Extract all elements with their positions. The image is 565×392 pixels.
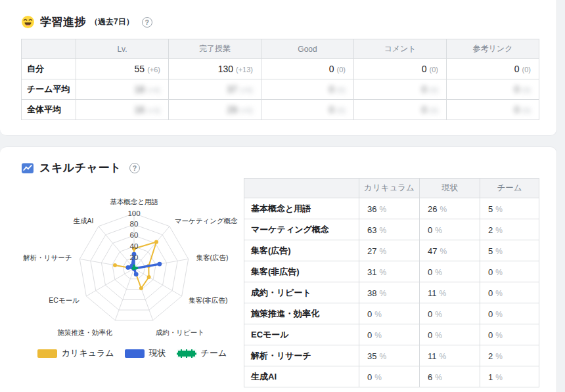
- progress-cell: 0(0): [354, 100, 447, 120]
- progress-col-header-2: 完了授業: [169, 39, 261, 59]
- skill-value-cell: 6%: [420, 366, 480, 387]
- section-title-learning-progress: 学習進捗: [40, 14, 86, 30]
- radar-tick-label: 20: [130, 253, 139, 261]
- dashboard-page: 学習進捗 （過去7日） ? Lv.完了授業Goodコメント参考リンク 自分55(…: [0, 0, 565, 392]
- skill-col-header-0: カリキュラム: [359, 179, 420, 198]
- skill-row: 施策推進・効率化0%0%0%: [244, 303, 539, 324]
- skill-value-cell: 0%: [420, 324, 480, 345]
- skill-row-label: ECモール: [244, 324, 359, 345]
- progress-cell: 0(0): [261, 100, 354, 120]
- radar-point: [126, 265, 131, 270]
- skill-row: 集客(広告)27%47%5%: [244, 240, 539, 261]
- skill-row: 基本概念と用語36%26%5%: [244, 198, 539, 219]
- radar-axis-label: 生成AI: [73, 217, 93, 225]
- skill-value-cell: 11%: [420, 282, 480, 303]
- legend-swatch: [177, 349, 196, 358]
- skill-value-cell: 27%: [359, 240, 420, 261]
- radar-axis-label: ECモール: [49, 296, 79, 304]
- radar-tick-label: 60: [130, 231, 139, 239]
- radar-tick-label: 100: [127, 209, 140, 217]
- skill-row-label: 成約・リピート: [244, 282, 359, 303]
- radar-spoke: [115, 269, 134, 320]
- skill-row-label: 集客(非広告): [244, 261, 359, 282]
- grinning-emoji-icon: [21, 15, 35, 29]
- legend-swatch: [125, 349, 145, 358]
- skill-row: 集客(非広告)31%0%0%: [244, 261, 539, 282]
- progress-col-header-3: Good: [261, 39, 354, 59]
- progress-cell: 130(+13): [169, 59, 261, 79]
- legend-label: 現状: [149, 347, 166, 359]
- radar-point: [133, 267, 135, 269]
- skill-value-cell: 1%: [480, 366, 539, 387]
- legend-item-2: チーム: [177, 347, 227, 359]
- progress-cell: 0(0): [447, 59, 539, 79]
- skill-row-label: 生成AI: [244, 366, 359, 387]
- radar-tick-label: 80: [130, 220, 139, 228]
- skill-row: 解析・リサーチ35%11%2%: [244, 345, 539, 366]
- radar-spoke: [134, 269, 182, 296]
- skill-value-cell: 47%: [420, 240, 480, 261]
- section-title-skill-chart: スキルチャート: [39, 160, 122, 175]
- radar-point: [134, 272, 139, 276]
- skill-value-cell: 0%: [480, 324, 539, 345]
- skill-value-cell: 0%: [480, 261, 539, 282]
- skill-value-cell: 2%: [480, 345, 539, 366]
- progress-row-label: 自分: [22, 59, 76, 79]
- skill-row-label: 施策推進・効率化: [244, 303, 359, 324]
- legend-item-1: 現状: [125, 347, 166, 359]
- learning-progress-card: 学習進捗 （過去7日） ? Lv.完了授業Goodコメント参考リンク 自分55(…: [0, 0, 557, 136]
- period-label: （過去7日）: [90, 16, 134, 28]
- skill-value-cell: 38%: [359, 282, 420, 303]
- skill-value-cell: 5%: [480, 240, 539, 261]
- radar-point: [147, 275, 151, 279]
- skill-chart-card: スキルチャート ? 20406080100基本概念と用語マーケティング概念集客(…: [0, 146, 557, 392]
- skill-row-label: 解析・リサーチ: [244, 345, 359, 366]
- skill-chart-body: 20406080100基本概念と用語マーケティング概念集客(広告)集客(非広告)…: [0, 178, 556, 387]
- skill-value-cell: 0%: [420, 303, 480, 324]
- legend-label: カリキュラム: [62, 347, 114, 359]
- radar-point: [139, 286, 143, 290]
- legend-item-0: カリキュラム: [37, 347, 114, 359]
- progress-cell: 0(0): [261, 79, 354, 100]
- progress-cell: 0(0): [261, 59, 354, 79]
- progress-cell: 55(+6): [76, 59, 169, 79]
- legend-swatch: [37, 349, 57, 358]
- progress-cell: 37(+6): [169, 79, 261, 100]
- radar-axis-label: 施策推進・効率化: [57, 328, 113, 336]
- chart-legend: カリキュラム現状チーム: [21, 347, 243, 359]
- radar-axis-label: マーケティング概念: [175, 217, 238, 225]
- progress-cell: 0(0): [447, 79, 539, 100]
- radar-axis-label: 解析・リサーチ: [23, 253, 72, 261]
- skill-chart-header: スキルチャート ?: [0, 147, 556, 175]
- skill-value-cell: 26%: [420, 198, 480, 219]
- skill-row: 成約・リピート38%11%0%: [244, 282, 539, 303]
- radar-point: [154, 240, 158, 244]
- skill-row-label: 基本概念と用語: [244, 198, 359, 219]
- progress-row: 自分55(+6)130(+13)0(0)0(0)0(0): [22, 59, 539, 79]
- help-icon[interactable]: ?: [129, 163, 140, 173]
- skill-value-cell: 36%: [359, 198, 420, 219]
- skill-value-cell: 0%: [420, 219, 480, 240]
- skill-value-cell: 2%: [480, 219, 539, 240]
- skill-radar-chart: 20406080100基本概念と用語マーケティング概念集客(広告)集客(非広告)…: [21, 191, 243, 347]
- progress-row: 全体平均16(+3)29(+5)0(0)0(0)0(0): [22, 100, 539, 120]
- progress-row-label: 全体平均: [22, 100, 76, 120]
- radar-tick-label: 40: [130, 242, 139, 250]
- radar-point: [113, 263, 117, 267]
- skill-value-cell: 0%: [480, 303, 539, 324]
- help-icon[interactable]: ?: [142, 17, 152, 28]
- skill-value-cell: 0%: [420, 261, 480, 282]
- skill-col-header-1: 現状: [420, 179, 480, 198]
- skill-value-cell: 5%: [480, 198, 539, 219]
- progress-cell: 16(+3): [76, 100, 169, 120]
- skill-value-cell: 11%: [420, 345, 480, 366]
- progress-cell: 0(0): [354, 79, 447, 100]
- skill-col-header-empty: [244, 179, 359, 198]
- skill-value-cell: 0%: [480, 282, 539, 303]
- learning-progress-header: 学習進捗 （過去7日） ?: [0, 0, 556, 30]
- skill-row-label: マーケティング概念: [244, 219, 359, 240]
- radar-axis-label: 集客(広告): [196, 253, 229, 261]
- skill-row: 生成AI0%6%1%: [244, 366, 539, 387]
- progress-cell: 29(+5): [169, 100, 261, 120]
- progress-row: チーム平均18(+4)37(+6)0(0)0(0)0(0): [22, 79, 539, 100]
